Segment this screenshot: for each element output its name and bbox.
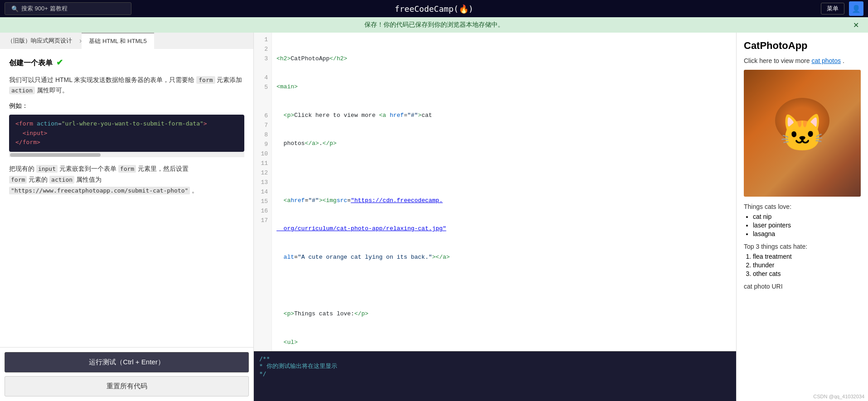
breadcrumb: （旧版）响应式网页设计 › 基础 HTML 和 HTML5: [0, 33, 253, 49]
editor-lines: 1 2 3 4 5 6 7 8 9 10 11 12 13 14: [254, 33, 736, 351]
p1-before: 我们可以只通过 HTML 来实现发送数据给服务器的表单，只需要给: [9, 76, 194, 83]
p2-text: 把现有的: [9, 165, 34, 172]
menu-button[interactable]: 菜单: [821, 3, 844, 14]
code-line: <a href="#"><img src="https://cdn.freeco…: [276, 196, 732, 206]
test-output-area: /** * 你的测试输出将在这里显示 */: [254, 351, 736, 401]
p2-middle2: 元素里，然后设置: [138, 165, 189, 172]
avatar-icon: 👤: [852, 5, 861, 13]
test-line-2: * 你的测试输出将在这里显示: [259, 362, 731, 370]
breadcrumb-item-1[interactable]: （旧版）响应式网页设计: [0, 33, 79, 49]
cat-image: [744, 70, 861, 197]
code-line: org/curriculum/cat-photo-app/relaxing-ca…: [276, 224, 732, 234]
example-label: 例如：: [9, 101, 244, 111]
love-list: cat nip laser pointers lasagna: [753, 213, 861, 237]
p2-code-form: form: [118, 165, 136, 173]
hate-title: Top 3 things cats hate:: [744, 243, 861, 250]
check-icon: ✔: [56, 56, 63, 69]
p2-middle1: 元素嵌套到一个表单: [59, 165, 116, 172]
list-item: thunder: [753, 261, 861, 269]
save-message: 保存！你的代码已保存到你的浏览器本地存储中。: [364, 21, 504, 29]
list-item: other cats: [753, 270, 861, 277]
list-item: cat nip: [753, 213, 861, 220]
save-banner: 保存！你的代码已保存到你的浏览器本地存储中。 ✕: [0, 17, 868, 33]
run-test-button[interactable]: 运行测试（Ctrl + Enter）: [5, 352, 249, 372]
p2-middle3: 元素的: [29, 176, 48, 183]
left-panel: （旧版）响应式网页设计 › 基础 HTML 和 HTML5 创建一个表单 ✔ 我…: [0, 33, 254, 401]
link-before: Click here to view more: [744, 57, 811, 64]
scroll-thumb: [10, 153, 101, 157]
p2-code-form2: form: [9, 176, 27, 184]
code-line: [276, 281, 732, 290]
code-content[interactable]: <h2>CatPhotoApp</h2> <main> <p>Click her…: [272, 33, 736, 351]
code-line: alt="A cute orange cat lying on its back…: [276, 253, 732, 262]
input-label: cat photo URI: [744, 283, 861, 290]
p2-code-input: input: [36, 165, 58, 173]
instruction-area: 创建一个表单 ✔ 我们可以只通过 HTML 来实现发送数据给服务器的表单，只需要…: [0, 49, 253, 347]
link-after: .: [843, 57, 844, 64]
code-line: [276, 168, 732, 177]
search-label: 搜索 900+ 篇教程: [21, 5, 68, 13]
code-line: <ul>: [276, 338, 732, 348]
cat-photos-link[interactable]: cat photos: [811, 57, 841, 64]
p2-value: "https://www.freecatphotoapp.com/submit-…: [9, 187, 190, 194]
navbar: 🔍 搜索 900+ 篇教程 freeCodeCamp(🔥) 菜单 👤: [0, 0, 868, 17]
main-layout: （旧版）响应式网页设计 › 基础 HTML 和 HTML5 创建一个表单 ✔ 我…: [0, 33, 868, 401]
code-example: <form action="url-where-you-want-to-subm…: [9, 115, 244, 152]
list-item: laser pointers: [753, 222, 861, 229]
instruction-paragraph-1: 我们可以只通过 HTML 来实现发送数据给服务器的表单，只需要给 form 元素…: [9, 75, 244, 96]
preview-link-text: Click here to view more cat photos .: [744, 57, 861, 64]
hate-list: flea treatment thunder other cats: [753, 253, 861, 277]
p1-code-action: action: [9, 87, 35, 94]
p1-code-form: form: [196, 76, 215, 84]
reset-button[interactable]: 重置所有代码: [5, 376, 249, 396]
p1-middle: 元素添加: [217, 76, 242, 83]
love-title: Things cats love:: [744, 203, 861, 210]
breadcrumb-item-2[interactable]: 基础 HTML 和 HTML5: [82, 33, 154, 49]
list-item: lasagna: [753, 230, 861, 237]
instruction-title: 创建一个表单 ✔: [9, 56, 244, 69]
code-editor-panel: 1 2 3 4 5 6 7 8 9 10 11 12 13 14: [254, 33, 737, 401]
code-line: <p>Things cats love:</p>: [276, 309, 732, 319]
search-icon: 🔍: [11, 5, 19, 12]
navbar-right: 菜单 👤: [821, 1, 863, 16]
list-item: flea treatment: [753, 253, 861, 260]
test-line-1: /**: [259, 355, 731, 362]
code-line: photos</a>.</p>: [276, 139, 732, 149]
title-text: 创建一个表单: [9, 57, 53, 69]
editor-area[interactable]: 1 2 3 4 5 6 7 8 9 10 11 12 13 14: [254, 33, 736, 351]
bottom-buttons: 运行测试（Ctrl + Enter） 重置所有代码: [0, 347, 253, 401]
line-numbers: 1 2 3 4 5 6 7 8 9 10 11 12 13 14: [254, 33, 272, 351]
preview-panel: CatPhotoApp Click here to view more cat …: [737, 33, 868, 401]
watermark: CSDN @qq_41032034: [813, 394, 864, 399]
preview-title: CatPhotoApp: [744, 40, 861, 52]
p2-end: 。: [192, 187, 198, 194]
search-bar[interactable]: 🔍 搜索 900+ 篇教程: [5, 2, 131, 15]
p2-code-action: action: [49, 176, 74, 184]
instruction-paragraph-2: 把现有的 input 元素嵌套到一个表单 form 元素里，然后设置 form …: [9, 164, 244, 196]
p2-middle4: 属性值为: [76, 176, 102, 183]
p1-after: 属性即可。: [37, 87, 68, 94]
code-line: <p>Click here to view more <a href="#">c…: [276, 111, 732, 121]
close-icon[interactable]: ✕: [853, 21, 859, 29]
site-title: freeCodeCamp(🔥): [395, 4, 474, 14]
horizontal-scroll[interactable]: [9, 152, 244, 157]
avatar[interactable]: 👤: [849, 1, 863, 16]
code-line: <h2>CatPhotoApp</h2>: [276, 54, 732, 64]
code-line: <main>: [276, 82, 732, 92]
test-line-3: */: [259, 370, 731, 377]
